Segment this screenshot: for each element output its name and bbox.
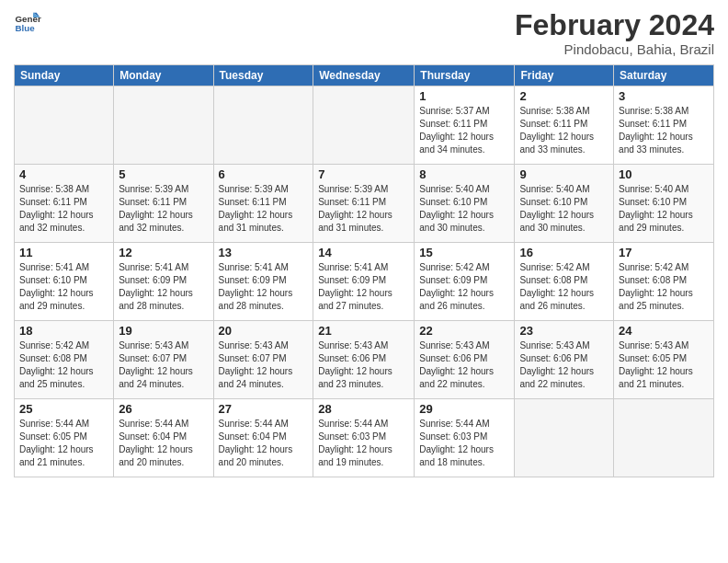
day-info: Sunrise: 5:40 AMSunset: 6:10 PMDaylight:… [619,183,709,235]
day-number: 29 [419,402,509,416]
day-info: Sunrise: 5:43 AMSunset: 6:05 PMDaylight:… [619,339,709,391]
calendar-cell: 21Sunrise: 5:43 AMSunset: 6:06 PMDayligh… [313,321,415,399]
day-info: Sunrise: 5:43 AMSunset: 6:06 PMDaylight:… [318,339,409,391]
day-info: Sunrise: 5:43 AMSunset: 6:06 PMDaylight:… [419,339,509,391]
day-info: Sunrise: 5:44 AMSunset: 6:03 PMDaylight:… [419,418,509,469]
day-number: 12 [119,246,208,259]
day-info: Sunrise: 5:42 AMSunset: 6:08 PMDaylight:… [519,261,609,313]
day-info: Sunrise: 5:42 AMSunset: 6:09 PMDaylight:… [419,261,509,313]
day-info: Sunrise: 5:44 AMSunset: 6:05 PMDaylight:… [19,418,108,469]
logo: General Blue [14,9,41,37]
calendar-cell: 25Sunrise: 5:44 AMSunset: 6:05 PMDayligh… [15,399,114,477]
day-info: Sunrise: 5:39 AMSunset: 6:11 PMDaylight:… [119,183,208,235]
calendar-cell: 29Sunrise: 5:44 AMSunset: 6:03 PMDayligh… [415,399,515,477]
calendar-cell: 17Sunrise: 5:42 AMSunset: 6:08 PMDayligh… [614,243,714,321]
calendar-cell: 1Sunrise: 5:37 AMSunset: 6:11 PMDaylight… [415,86,515,165]
calendar-cell [313,86,415,165]
calendar-cell: 7Sunrise: 5:39 AMSunset: 6:11 PMDaylight… [313,165,415,243]
day-number: 2 [519,89,609,103]
day-info: Sunrise: 5:41 AMSunset: 6:09 PMDaylight:… [318,261,409,313]
calendar-cell: 5Sunrise: 5:39 AMSunset: 6:11 PMDaylight… [114,165,213,243]
day-info: Sunrise: 5:38 AMSunset: 6:11 PMDaylight:… [519,105,609,156]
day-info: Sunrise: 5:38 AMSunset: 6:11 PMDaylight:… [619,105,709,156]
calendar-cell: 4Sunrise: 5:38 AMSunset: 6:11 PMDaylight… [15,165,114,243]
calendar-week-4: 25Sunrise: 5:44 AMSunset: 6:05 PMDayligh… [15,399,714,477]
day-number: 8 [419,167,509,181]
day-number: 3 [619,89,709,103]
calendar-cell: 8Sunrise: 5:40 AMSunset: 6:10 PMDaylight… [415,165,515,243]
day-number: 5 [119,167,208,181]
day-number: 13 [219,246,309,259]
svg-text:Blue: Blue [16,23,36,33]
main-title: February 2024 [515,9,714,41]
calendar-cell [515,399,614,477]
calendar-cell: 26Sunrise: 5:44 AMSunset: 6:04 PMDayligh… [114,399,213,477]
day-number: 27 [219,402,309,416]
logo-icon: General Blue [14,9,41,37]
calendar-cell [614,399,714,477]
day-number: 7 [318,167,409,181]
day-info: Sunrise: 5:43 AMSunset: 6:07 PMDaylight:… [119,339,208,391]
calendar-cell: 27Sunrise: 5:44 AMSunset: 6:04 PMDayligh… [213,399,313,477]
page: General Blue February 2024 Pindobacu, Ba… [0,0,728,563]
day-info: Sunrise: 5:43 AMSunset: 6:06 PMDaylight:… [519,339,609,391]
calendar-cell: 18Sunrise: 5:42 AMSunset: 6:08 PMDayligh… [15,321,114,399]
day-number: 18 [19,324,108,338]
day-number: 11 [19,246,108,259]
header-friday: Friday [515,65,614,86]
day-info: Sunrise: 5:39 AMSunset: 6:11 PMDaylight:… [219,183,309,235]
calendar-cell: 9Sunrise: 5:40 AMSunset: 6:10 PMDaylight… [515,165,614,243]
calendar-cell: 10Sunrise: 5:40 AMSunset: 6:10 PMDayligh… [614,165,714,243]
calendar-cell: 16Sunrise: 5:42 AMSunset: 6:08 PMDayligh… [515,243,614,321]
calendar-cell: 11Sunrise: 5:41 AMSunset: 6:10 PMDayligh… [15,243,114,321]
day-number: 24 [619,324,709,338]
calendar-cell: 23Sunrise: 5:43 AMSunset: 6:06 PMDayligh… [515,321,614,399]
header-tuesday: Tuesday [213,65,313,86]
day-info: Sunrise: 5:42 AMSunset: 6:08 PMDaylight:… [619,261,709,313]
day-number: 15 [419,246,509,259]
day-info: Sunrise: 5:41 AMSunset: 6:09 PMDaylight:… [119,261,208,313]
calendar-cell: 24Sunrise: 5:43 AMSunset: 6:05 PMDayligh… [614,321,714,399]
day-number: 21 [318,324,409,338]
header: General Blue February 2024 Pindobacu, Ba… [14,9,714,57]
calendar-cell: 12Sunrise: 5:41 AMSunset: 6:09 PMDayligh… [114,243,213,321]
calendar-week-2: 11Sunrise: 5:41 AMSunset: 6:10 PMDayligh… [15,243,714,321]
day-number: 4 [19,167,108,181]
day-number: 23 [519,324,609,338]
day-info: Sunrise: 5:39 AMSunset: 6:11 PMDaylight:… [318,183,409,235]
day-info: Sunrise: 5:41 AMSunset: 6:09 PMDaylight:… [219,261,309,313]
day-number: 20 [219,324,309,338]
day-number: 6 [219,167,309,181]
subtitle: Pindobacu, Bahia, Brazil [515,41,714,57]
calendar-cell: 15Sunrise: 5:42 AMSunset: 6:09 PMDayligh… [415,243,515,321]
day-number: 28 [318,402,409,416]
calendar-cell [114,86,213,165]
day-number: 25 [19,402,108,416]
header-monday: Monday [114,65,213,86]
day-info: Sunrise: 5:43 AMSunset: 6:07 PMDaylight:… [219,339,309,391]
calendar-week-1: 4Sunrise: 5:38 AMSunset: 6:11 PMDaylight… [15,165,714,243]
calendar-table: Sunday Monday Tuesday Wednesday Thursday… [14,64,714,477]
day-number: 9 [519,167,609,181]
day-info: Sunrise: 5:40 AMSunset: 6:10 PMDaylight:… [519,183,609,235]
day-info: Sunrise: 5:40 AMSunset: 6:10 PMDaylight:… [419,183,509,235]
day-number: 26 [119,402,208,416]
calendar-cell: 19Sunrise: 5:43 AMSunset: 6:07 PMDayligh… [114,321,213,399]
calendar-cell [213,86,313,165]
calendar-cell: 6Sunrise: 5:39 AMSunset: 6:11 PMDaylight… [213,165,313,243]
calendar-cell [15,86,114,165]
calendar-cell: 14Sunrise: 5:41 AMSunset: 6:09 PMDayligh… [313,243,415,321]
day-info: Sunrise: 5:42 AMSunset: 6:08 PMDaylight:… [19,339,108,391]
header-wednesday: Wednesday [313,65,415,86]
day-number: 16 [519,246,609,259]
header-sunday: Sunday [15,65,114,86]
title-block: February 2024 Pindobacu, Bahia, Brazil [515,9,714,57]
calendar-cell: 22Sunrise: 5:43 AMSunset: 6:06 PMDayligh… [415,321,515,399]
header-thursday: Thursday [415,65,515,86]
day-number: 10 [619,167,709,181]
day-info: Sunrise: 5:44 AMSunset: 6:04 PMDaylight:… [219,418,309,469]
day-info: Sunrise: 5:44 AMSunset: 6:03 PMDaylight:… [318,418,409,469]
calendar-header-row: Sunday Monday Tuesday Wednesday Thursday… [15,65,714,86]
day-number: 1 [419,89,509,103]
day-info: Sunrise: 5:38 AMSunset: 6:11 PMDaylight:… [19,183,108,235]
